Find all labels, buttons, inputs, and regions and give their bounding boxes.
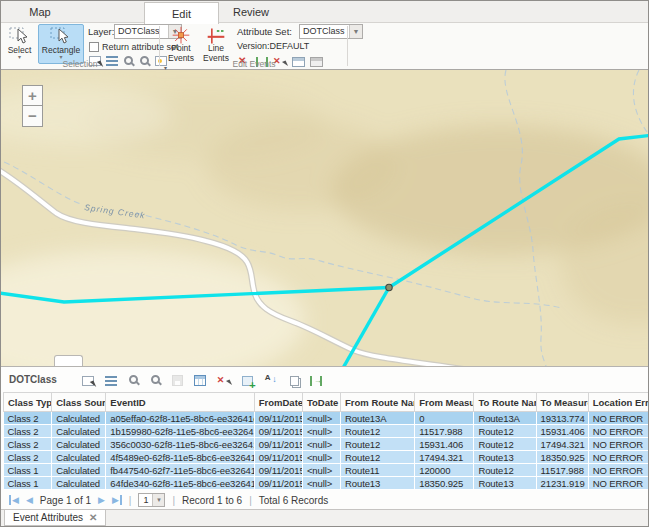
page-text: Page 1 of 1 — [40, 495, 91, 506]
cell: Class 1 — [4, 477, 52, 490]
cell: fb447540-62f7-11e5-8bc6-ee32641d5ec9 — [106, 464, 254, 477]
tab-map[interactable]: Map — [9, 1, 71, 23]
delete-record-icon[interactable] — [217, 373, 231, 386]
separator: | — [129, 495, 132, 506]
cell: NO ERROR — [588, 451, 648, 464]
tab-edit[interactable]: Edit — [144, 2, 219, 24]
footer-tab-bar: Event Attributes ✕ — [1, 509, 648, 526]
event-editor-app: Map Edit Review Select ▾ Rectangle ▾ — [0, 0, 649, 527]
table-row[interactable]: Class 1Calculated64fde340-62f8-11e5-8bc6… — [4, 477, 649, 490]
pan-to-record-icon[interactable] — [151, 375, 160, 384]
column-header[interactable]: EventID — [106, 393, 254, 412]
table-row[interactable]: Class 2Calculated1b159980-62f8-11e5-8bc6… — [4, 425, 649, 438]
attribute-set-dropdown[interactable]: DOTClass ▼ — [299, 24, 363, 39]
chevron-down-icon[interactable]: ▼ — [349, 25, 362, 38]
select-button[interactable]: Select ▾ — [3, 24, 36, 64]
close-icon[interactable]: ✕ — [89, 512, 97, 523]
cell: NO ERROR — [588, 425, 648, 438]
cell: Calculated — [52, 477, 106, 490]
next-page-icon[interactable]: ▶ — [98, 495, 105, 505]
select-records-icon[interactable] — [82, 376, 94, 386]
table-row[interactable]: Class 2Calculateda05effa0-62f8-11e5-8bc6… — [4, 412, 649, 425]
line-events-button[interactable]: Line Events — [200, 24, 232, 64]
group-divider — [347, 26, 348, 66]
show-all-records-icon[interactable] — [105, 376, 117, 386]
cell: Calculated — [52, 451, 106, 464]
last-page-icon[interactable]: ▶ — [112, 495, 122, 505]
attribute-window-icon[interactable] — [194, 375, 206, 386]
cell: Route12 — [474, 438, 536, 451]
cell: Route13 — [341, 477, 415, 490]
separator: | — [249, 495, 252, 506]
panel-toolbar-icons — [82, 373, 322, 386]
column-header[interactable]: From Measure — [415, 393, 474, 412]
cell: 0 — [415, 412, 474, 425]
add-record-icon[interactable] — [242, 376, 253, 386]
first-page-icon[interactable]: ◀ — [9, 495, 19, 505]
footer-tab-label: Event Attributes — [13, 512, 83, 523]
cell: <null> — [302, 412, 340, 425]
cell: Class 2 — [4, 438, 52, 451]
route-intersection-marker[interactable] — [386, 284, 392, 290]
edit-events-group: Point Events Line Events Attribute Set: … — [161, 23, 347, 69]
table-row[interactable]: Class 2Calculated4f5489e0-62f8-11e5-8bc6… — [4, 451, 649, 464]
column-header[interactable]: From Route Name — [341, 393, 415, 412]
point-events-button[interactable]: Point Events — [164, 24, 198, 64]
map-canvas[interactable]: Spring Creek + − ▼ — [1, 70, 648, 366]
ribbon: Select ▾ Rectangle ▾ Layer: DOTClass ▼ R… — [1, 23, 648, 70]
cell: 1b159980-62f8-11e5-8bc6-ee32641d5ec9 — [106, 425, 254, 438]
cell: 21231.919 — [536, 477, 588, 490]
cell: Class 2 — [4, 412, 52, 425]
tab-event-attributes[interactable]: Event Attributes ✕ — [4, 510, 106, 526]
zoom-out-button[interactable]: − — [22, 106, 43, 127]
collapse-panel-button[interactable]: ▼ — [54, 355, 83, 366]
record-range-text: Record 1 to 6 — [182, 495, 242, 506]
zoom-to-record-icon[interactable] — [129, 375, 138, 384]
cell: NO ERROR — [588, 438, 648, 451]
copy-record-icon[interactable] — [290, 376, 299, 386]
layer-label: Layer: — [88, 26, 114, 37]
page-select[interactable]: 1 ▼ — [138, 493, 165, 507]
cell: <null> — [302, 451, 340, 464]
cell: 09/11/2015 — [254, 464, 302, 477]
cell: 09/11/2015 — [254, 477, 302, 490]
cell: Route13 — [474, 451, 536, 464]
sort-records-icon[interactable] — [264, 373, 278, 386]
measure-record-icon[interactable] — [310, 376, 322, 386]
column-header[interactable]: Class Source — [52, 393, 106, 412]
cell: a05effa0-62f8-11e5-8bc6-ee32641d5ec9 — [106, 412, 254, 425]
table-row[interactable]: Class 1Calculatedfb447540-62f7-11e5-8bc6… — [4, 464, 649, 477]
total-records-text: Total 6 Records — [259, 495, 328, 506]
cell: NO ERROR — [588, 412, 648, 425]
cell: 17494.321 — [536, 438, 588, 451]
tab-review[interactable]: Review — [219, 1, 283, 23]
cell: <null> — [302, 425, 340, 438]
column-header[interactable]: To Route Name — [474, 393, 536, 412]
chevron-down-icon: ▼ — [65, 363, 72, 366]
column-header[interactable]: Class Type — [4, 393, 52, 412]
cell: <null> — [302, 464, 340, 477]
chevron-down-icon[interactable]: ▼ — [152, 494, 164, 506]
attribute-set-label: Attribute Set: — [237, 26, 292, 37]
column-header[interactable]: FromDate — [254, 393, 302, 412]
previous-page-icon[interactable]: ◀ — [26, 495, 33, 505]
table-row[interactable]: Class 2Calculated356c0030-62f8-11e5-8bc6… — [4, 438, 649, 451]
column-header[interactable]: ToDate — [302, 393, 340, 412]
cell: 09/11/2015 — [254, 438, 302, 451]
cell: Class 2 — [4, 425, 52, 438]
table-header-row: Class TypeClass SourceEventIDFromDateToD… — [4, 393, 649, 412]
column-header[interactable]: To Measure — [536, 393, 588, 412]
cell: Calculated — [52, 412, 106, 425]
cell: Route12 — [341, 425, 415, 438]
cell: 09/11/2015 — [254, 412, 302, 425]
cell: 15931.406 — [536, 425, 588, 438]
map-zoom-control: + − — [22, 85, 43, 127]
rectangle-select-button[interactable]: Rectangle ▾ — [38, 24, 84, 64]
point-events-icon — [168, 26, 194, 44]
return-attribute-set-checkbox[interactable] — [89, 42, 99, 52]
cell: <null> — [302, 477, 340, 490]
zoom-in-button[interactable]: + — [22, 85, 43, 106]
column-header[interactable]: Location Error — [588, 393, 648, 412]
cell: 356c0030-62f8-11e5-8bc6-ee32641d5ec9 — [106, 438, 254, 451]
cell: Route12 — [474, 464, 536, 477]
